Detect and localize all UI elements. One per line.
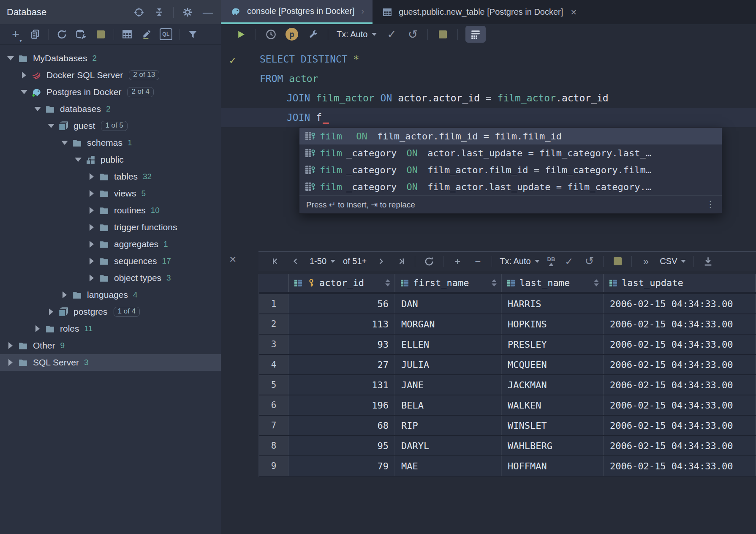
cell-first-name[interactable]: RIP [395, 416, 502, 435]
commit-check-icon[interactable]: ✓ [563, 255, 575, 268]
cell-last-update[interactable]: 2006-02-15 04:34:33.00 [604, 294, 756, 313]
chevron-expanded-icon[interactable] [46, 124, 57, 128]
chevron-collapsed-icon[interactable] [46, 308, 57, 315]
collapse-all-icon[interactable] [153, 6, 166, 19]
completion-item[interactable]: film_category ON film_actor.film_id = fi… [299, 161, 722, 178]
cell-last-name[interactable]: MCQUEEN [502, 355, 604, 374]
sort-arrows-icon[interactable] [594, 279, 599, 286]
cell-first-name[interactable]: JULIA [395, 355, 502, 374]
stop-icon[interactable] [94, 28, 107, 41]
cell-last-update[interactable]: 2006-02-15 04:34:33.00 [604, 335, 756, 354]
jdbc-settings-wrench-icon[interactable] [307, 28, 319, 41]
edit-icon[interactable] [140, 28, 153, 41]
chevron-collapsed-icon[interactable] [5, 359, 16, 366]
chevron-expanded-icon[interactable] [73, 158, 84, 162]
tree-item-object-types[interactable]: object types3 [0, 270, 221, 286]
cell-last-name[interactable]: WAHLBERG [502, 436, 604, 455]
column-header-first_name[interactable]: first_name [395, 274, 502, 292]
refresh-icon[interactable] [55, 28, 68, 41]
column-header-last_update[interactable]: last_update [604, 274, 756, 292]
chevron-collapsed-icon[interactable] [5, 342, 16, 349]
tree-item-public[interactable]: public [0, 151, 221, 168]
cell-last-name[interactable]: HARRIS [502, 294, 604, 313]
cell-first-name[interactable]: ELLEN [395, 335, 502, 354]
cell-actor-id[interactable]: 95 [289, 436, 395, 455]
tree-item-aggregates[interactable]: aggregates1 [0, 236, 221, 253]
chevron-collapsed-icon[interactable] [32, 325, 43, 332]
next-page-icon[interactable] [374, 255, 387, 268]
cell-actor-id[interactable]: 56 [289, 294, 395, 313]
cell-first-name[interactable]: DAN [395, 294, 502, 313]
hide-panel-icon[interactable]: — [201, 6, 214, 19]
completion-item[interactable]: film ON film_actor.film_id = film.film_i… [299, 128, 722, 144]
grid-corner-cell[interactable] [259, 274, 289, 292]
code-line[interactable]: FROM actor [221, 69, 756, 88]
cell-last-name[interactable]: WINSLET [502, 416, 604, 435]
tree-item-roles[interactable]: roles11 [0, 320, 221, 337]
cell-last-name[interactable]: PRESLEY [502, 335, 604, 354]
chevron-expanded-icon[interactable] [59, 141, 70, 145]
cell-last-update[interactable]: 2006-02-15 04:34:33.00 [604, 314, 756, 334]
cell-actor-id[interactable]: 93 [289, 335, 395, 354]
filter-icon[interactable] [186, 28, 199, 41]
completion-item[interactable]: film_category ON actor.last_update = fil… [299, 144, 722, 161]
delete-row-icon[interactable]: − [471, 255, 484, 268]
code-line[interactable]: SELECT DISTINCT * [221, 49, 756, 69]
cell-first-name[interactable]: DARYL [395, 436, 502, 455]
tx-mode-select[interactable]: Tx: Auto [500, 256, 539, 266]
tree-item-guest[interactable]: guest1 of 5 [0, 117, 221, 134]
tree-item-postgres-in-docker[interactable]: Postgres in Docker2 of 4 [0, 84, 221, 101]
close-tab-icon[interactable]: × [571, 6, 577, 18]
cell-last-name[interactable]: WALKEN [502, 395, 604, 415]
cell-first-name[interactable]: MORGAN [395, 314, 502, 334]
close-results-icon[interactable]: × [229, 253, 236, 266]
rollback-icon[interactable]: ↺ [583, 255, 596, 268]
cell-actor-id[interactable]: 196 [289, 395, 395, 415]
first-page-icon[interactable] [269, 255, 282, 268]
tree-item-docker-sql-server[interactable]: Docker SQL Server2 of 13 [0, 67, 221, 84]
export-format-select[interactable]: CSV [660, 256, 686, 266]
chevron-collapsed-icon[interactable] [59, 292, 70, 298]
row-number-cell[interactable]: 9 [259, 456, 289, 476]
cell-last-update[interactable]: 2006-02-15 04:34:33.00 [604, 416, 756, 435]
cell-last-name[interactable]: HOPKINS [502, 314, 604, 334]
cell-actor-id[interactable]: 79 [289, 456, 395, 476]
row-number-cell[interactable]: 7 [259, 416, 289, 435]
toggle-results-view-button[interactable] [465, 26, 486, 43]
row-number-cell[interactable]: 3 [259, 335, 289, 354]
tree-item-routines[interactable]: routines10 [0, 202, 221, 219]
cell-actor-id[interactable]: 113 [289, 314, 395, 334]
column-header-last_name[interactable]: last_name [502, 274, 604, 292]
chevron-collapsed-icon[interactable] [86, 173, 97, 180]
add-icon[interactable]: + [9, 28, 22, 41]
tree-item-sql-server[interactable]: SQL Server3 [0, 354, 221, 371]
locate-icon[interactable] [133, 6, 145, 19]
tree-item-languages[interactable]: languages4 [0, 286, 221, 303]
postgres-session-icon[interactable]: p [286, 28, 298, 41]
commit-check-icon[interactable]: ✓ [385, 28, 398, 41]
reload-query-icon[interactable] [423, 255, 435, 268]
tree-item-trigger-functions[interactable]: trigger functions [0, 219, 221, 236]
chevron-collapsed-icon[interactable] [86, 275, 97, 281]
cell-actor-id[interactable]: 131 [289, 375, 395, 395]
tree-item-tables[interactable]: tables32 [0, 168, 221, 185]
chevron-collapsed-icon[interactable] [86, 241, 97, 248]
console-ql-icon[interactable]: QL [160, 28, 172, 41]
cell-actor-id[interactable]: 68 [289, 416, 395, 435]
chevron-collapsed-icon[interactable] [19, 72, 30, 79]
column-header-actor_id[interactable]: actor_id [289, 274, 395, 292]
stop-icon[interactable] [436, 28, 449, 41]
code-line[interactable]: JOIN film_actor ON actor.actor_id = film… [221, 88, 756, 108]
previous-page-icon[interactable] [289, 255, 302, 268]
stop-icon[interactable] [611, 255, 624, 268]
tree-item-views[interactable]: views5 [0, 185, 221, 202]
submit-to-database-icon[interactable]: DB [547, 256, 555, 266]
tree-item-other[interactable]: Other9 [0, 337, 221, 354]
cell-last-update[interactable]: 2006-02-15 04:34:33.00 [604, 456, 756, 476]
chevron-expanded-icon[interactable] [32, 107, 43, 111]
chevrons-more-icon[interactable]: » [639, 255, 652, 268]
cell-actor-id[interactable]: 27 [289, 355, 395, 374]
cell-last-update[interactable]: 2006-02-15 04:34:33.00 [604, 436, 756, 455]
cell-first-name[interactable]: MAE [395, 456, 502, 476]
code-line[interactable]: JOIN f [221, 108, 756, 127]
